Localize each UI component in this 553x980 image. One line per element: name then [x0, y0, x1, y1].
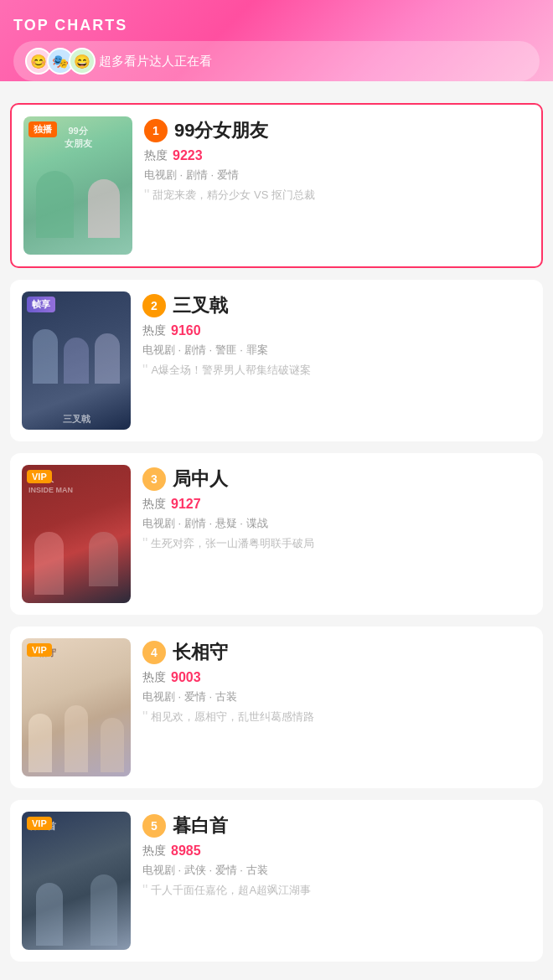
quote-text-2: A爆全场！警界男人帮集结破谜案 — [151, 363, 311, 378]
rank-number-1: 1 — [144, 119, 168, 142]
quote-mark-5: " — [142, 883, 147, 898]
quote-text-5: 千人千面任嘉伦，超A超飒江湖事 — [151, 883, 311, 898]
badge-4: VIP — [27, 643, 52, 657]
thumbnail-3: 局中人INSIDE MAN — [22, 465, 131, 603]
thumbnail-4: 长相守 — [22, 638, 131, 776]
quote-row-4: " 相见欢，愿相守，乱世纠葛感情路 — [142, 709, 531, 725]
quote-row-5: " 千人千面任嘉伦，超A超飒江湖事 — [142, 883, 531, 898]
rank-title-row-2: 2 三叉戟 — [142, 293, 531, 318]
avatar-group: 😊 🎭 😄 — [25, 48, 90, 75]
genre-row-5: 电视剧 · 武侠 · 爱情 · 古装 — [142, 863, 531, 878]
badge-3: VIP — [27, 470, 52, 483]
watching-text: 超多看片达人正在看 — [99, 54, 212, 70]
chart-item-3[interactable]: 局中人INSIDE MAN VIP 3 局中人 热度 9127 电视剧 · 剧情… — [10, 453, 543, 615]
heat-label-4: 热度 — [142, 670, 166, 685]
quote-text-1: 甜宠来袭，精分少女 VS 抠门总裁 — [152, 188, 315, 203]
rank-number-3: 3 — [142, 467, 166, 491]
rank-number-2: 2 — [142, 294, 166, 317]
show-title-2: 三叉戟 — [173, 293, 228, 318]
rank-number-4: 4 — [142, 641, 166, 664]
badge-5: VIP — [27, 817, 52, 830]
genre-row-1: 电视剧 · 剧情 · 爱情 — [144, 168, 530, 183]
show-title-3: 局中人 — [173, 467, 228, 492]
heat-row-3: 热度 9127 — [142, 497, 531, 512]
content-area: 99分女朋友 独播 1 99分女朋友 热度 9223 电视剧 · 剧情 · 爱情… — [0, 93, 553, 980]
rank-title-row-4: 4 长相守 — [142, 640, 531, 665]
heat-row-2: 热度 9160 — [142, 323, 531, 338]
heat-value-1: 9223 — [173, 148, 203, 163]
quote-text-4: 相见欢，愿相守，乱世纠葛感情路 — [151, 709, 314, 725]
genre-row-4: 电视剧 · 爱情 · 古装 — [142, 689, 531, 704]
quote-row-3: " 生死对弈，张一山潘粤明联手破局 — [142, 536, 531, 551]
quote-mark-2: " — [142, 363, 147, 378]
heat-value-3: 9127 — [171, 497, 201, 512]
chart-item-1[interactable]: 99分女朋友 独播 1 99分女朋友 热度 9223 电视剧 · 剧情 · 爱情… — [10, 103, 543, 268]
heat-label-1: 热度 — [144, 148, 168, 163]
quote-mark-3: " — [142, 536, 147, 551]
thumbnail-wrap-5: 暮白首 VIP — [22, 812, 131, 950]
chart-info-4: 4 长相守 热度 9003 电视剧 · 爱情 · 古装 " 相见欢，愿相守，乱世… — [142, 638, 531, 725]
chart-item-5[interactable]: 暮白首 VIP 5 暮白首 热度 8985 电视剧 · 武侠 · 爱情 · 古装… — [10, 800, 543, 962]
quote-mark-1: " — [144, 188, 149, 203]
avatar-3: 😄 — [69, 48, 96, 75]
show-title-5: 暮白首 — [173, 813, 228, 838]
chart-item-2[interactable]: 三叉戟 帧享 2 三叉戟 热度 9160 电视剧 · 剧情 · 警匪 · 罪案 … — [10, 280, 543, 441]
quote-mark-4: " — [142, 709, 147, 725]
chart-item-4[interactable]: 长相守 VIP 4 长相守 热度 9003 电视剧 · 爱情 · 古装 " 相见… — [10, 627, 543, 788]
thumbnail-wrap-4: 长相守 VIP — [22, 638, 131, 776]
rank-title-row-1: 1 99分女朋友 — [144, 118, 530, 143]
watching-bar: 😊 🎭 😄 超多看片达人正在看 — [13, 41, 540, 81]
badge-2: 帧享 — [27, 297, 55, 312]
heat-label-5: 热度 — [142, 843, 166, 859]
heat-label-3: 热度 — [142, 497, 166, 512]
show-title-4: 长相守 — [173, 640, 228, 665]
thumbnail-wrap-2: 三叉戟 帧享 — [22, 291, 131, 430]
heat-row-5: 热度 8985 — [142, 843, 531, 859]
heat-label-2: 热度 — [142, 323, 166, 338]
rank-number-5: 5 — [142, 814, 166, 838]
rank-title-row-3: 3 局中人 — [142, 467, 531, 492]
heat-row-1: 热度 9223 — [144, 148, 530, 163]
quote-text-3: 生死对弈，张一山潘粤明联手破局 — [151, 536, 314, 551]
quote-row-2: " A爆全场！警界男人帮集结破谜案 — [142, 363, 531, 378]
heat-value-2: 9160 — [171, 323, 201, 338]
heat-value-5: 8985 — [171, 843, 201, 859]
thumbnail-5: 暮白首 — [22, 812, 131, 950]
page-title: TOP CHARTS — [13, 8, 540, 41]
quote-row-1: " 甜宠来袭，精分少女 VS 抠门总裁 — [144, 188, 530, 203]
heat-value-4: 9003 — [171, 670, 201, 685]
badge-1: 独播 — [28, 121, 57, 137]
heat-row-4: 热度 9003 — [142, 670, 531, 685]
rank-title-row-5: 5 暮白首 — [142, 813, 531, 838]
header: TOP CHARTS 😊 🎭 😄 超多看片达人正在看 — [0, 0, 553, 81]
chart-info-1: 1 99分女朋友 热度 9223 电视剧 · 剧情 · 爱情 " 甜宠来袭，精分… — [144, 116, 530, 203]
thumbnail-wrap-1: 99分女朋友 独播 — [23, 116, 132, 255]
chart-info-2: 2 三叉戟 热度 9160 电视剧 · 剧情 · 警匪 · 罪案 " A爆全场！… — [142, 291, 531, 378]
show-title-1: 99分女朋友 — [174, 118, 268, 143]
chart-info-3: 3 局中人 热度 9127 电视剧 · 剧情 · 悬疑 · 谍战 " 生死对弈，… — [142, 465, 531, 551]
chart-info-5: 5 暮白首 热度 8985 电视剧 · 武侠 · 爱情 · 古装 " 千人千面任… — [142, 812, 531, 898]
genre-row-3: 电视剧 · 剧情 · 悬疑 · 谍战 — [142, 516, 531, 531]
thumbnail-wrap-3: 局中人INSIDE MAN VIP — [22, 465, 131, 603]
genre-row-2: 电视剧 · 剧情 · 警匪 · 罪案 — [142, 343, 531, 358]
